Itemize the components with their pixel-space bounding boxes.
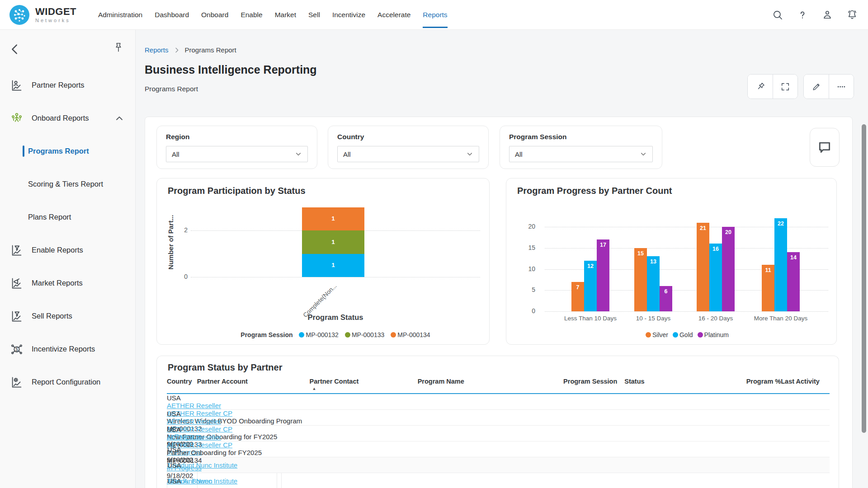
chart-program-participation-by-status: Program Participation by Status 02Number… (156, 178, 490, 345)
pin-sidebar-icon[interactable] (113, 42, 124, 53)
sidebar-item-label: Incentivize Reports (32, 345, 95, 353)
legend-label: MP-000132 (306, 331, 338, 338)
cell-link[interactable]: AETHER Reseller (167, 418, 221, 425)
column-header-label: Partner Account (197, 378, 248, 385)
app-logo[interactable]: WIDGET Networks (9, 5, 88, 25)
filter-label: Country (337, 133, 479, 141)
column-header-partner-contact[interactable]: Partner Contact▲ (310, 378, 418, 391)
column-header-country[interactable]: Country (167, 378, 197, 385)
legend-title: Program Session (241, 331, 292, 338)
column-header-last-activity[interactable]: Last Activity (781, 378, 830, 385)
more-options-button[interactable] (829, 75, 854, 99)
nav-item-dashboard[interactable]: Dashboard (155, 2, 189, 28)
more-icon (836, 82, 846, 92)
notifications-icon[interactable] (846, 9, 858, 21)
enable-reports-icon (10, 244, 24, 257)
bar-Gold-3[interactable] (774, 218, 787, 311)
sidebar-item-report-configuration[interactable]: Report Configuration (0, 366, 135, 399)
cell-country: USA (167, 394, 198, 402)
legend-item-MP-000133[interactable]: MP-000133 (345, 331, 384, 338)
fullscreen-button[interactable] (773, 75, 797, 99)
report-actions-group-1 (747, 74, 798, 99)
sidebar: Partner ReportsOnboard ReportsPrograms R… (0, 30, 136, 488)
nav-item-onboard[interactable]: Onboard (201, 2, 228, 28)
nav-item-accelerate[interactable]: Accelerate (377, 2, 410, 28)
sidebar-subitem-label: Scoring & Tiers Report (28, 180, 103, 188)
chevron-down-icon (466, 150, 473, 158)
filter-select-region[interactable]: All (166, 146, 308, 162)
sidebar-item-market-reports[interactable]: Market Reports (0, 267, 135, 300)
top-nav: AdministrationDashboardOnboardEnableMark… (98, 2, 448, 28)
edit-report-button[interactable] (804, 75, 829, 99)
filter-program-session: Program SessionAll (500, 126, 662, 169)
sort-ascending-icon: ▲ (312, 386, 418, 391)
cell-link[interactable]: AETHER Reseller (167, 402, 221, 409)
brand-subtitle: Networks (35, 18, 76, 23)
legend-item-MP-000134[interactable]: MP-000134 (391, 331, 430, 338)
sidebar-item-incentivize-reports[interactable]: $Incentivize Reports (0, 333, 135, 366)
y-tick-label: 15 (524, 244, 535, 251)
legend-label: Gold (679, 331, 693, 338)
legend-item-Platinum[interactable]: Platinum (698, 331, 729, 338)
bar-Platinum-2[interactable] (722, 227, 735, 311)
column-header-partner-account[interactable]: Partner Account (197, 378, 310, 385)
help-icon[interactable] (797, 9, 808, 21)
top-bar: WIDGET Networks AdministrationDashboardO… (0, 0, 868, 30)
edit-icon (811, 82, 821, 92)
column-header-label: Status (624, 378, 644, 385)
y-axis-title: Number of Part... (167, 215, 175, 270)
sidebar-item-programs-report[interactable]: Programs Report (0, 135, 135, 168)
bar-Platinum-3[interactable] (787, 252, 800, 311)
page-title: Business Intelligence Reporting (145, 63, 317, 76)
sidebar-nav: Partner ReportsOnboard ReportsPrograms R… (0, 69, 135, 399)
bar-Gold-2[interactable] (709, 244, 722, 311)
chevron-down-icon (640, 150, 647, 158)
x-axis-title: Program Status (191, 313, 480, 322)
bar-Silver-1[interactable] (634, 248, 647, 311)
column-header-label: Partner Contact (310, 378, 359, 385)
comments-button[interactable] (810, 128, 840, 167)
scrollbar-thumb[interactable] (862, 124, 866, 433)
logo-icon (9, 5, 30, 25)
sidebar-item-sell-reports[interactable]: Sell Reports (0, 300, 135, 333)
breadcrumb-link-reports[interactable]: Reports (145, 46, 169, 54)
bar-Silver-2[interactable] (697, 223, 709, 311)
column-header-program-[interactable]: Program % (728, 378, 781, 385)
legend-item-MP-000132[interactable]: MP-000132 (299, 331, 338, 338)
bar-value-label: 1 (302, 262, 364, 268)
market-reports-icon (10, 277, 24, 290)
nav-item-market[interactable]: Market (275, 2, 296, 28)
nav-item-administration[interactable]: Administration (98, 2, 142, 28)
bar-value-label: 13 (647, 258, 660, 265)
filter-select-program-session[interactable]: All (509, 146, 653, 162)
nav-item-reports[interactable]: Reports (423, 2, 447, 28)
breadcrumb: Reports Programs Report (145, 46, 236, 54)
pin-report-button[interactable] (748, 75, 773, 99)
nav-item-incentivize[interactable]: Incentivize (332, 2, 365, 28)
bar-Platinum-0[interactable] (597, 239, 609, 311)
column-header-program-name[interactable]: Program Name (418, 378, 563, 385)
sidebar-item-enable-reports[interactable]: Enable Reports (0, 234, 135, 267)
sell-reports-icon (10, 310, 24, 323)
legend-item-Gold[interactable]: Gold (673, 331, 693, 338)
user-icon[interactable] (821, 9, 833, 21)
partner-reports-icon (10, 79, 24, 92)
filter-value: All (172, 150, 179, 158)
nav-item-sell[interactable]: Sell (308, 2, 320, 28)
filter-select-country[interactable]: All (337, 146, 479, 162)
bar-value-label: 1 (302, 239, 364, 245)
sidebar-item-partner-reports[interactable]: Partner Reports (0, 69, 135, 102)
chart-title: Program Progress by Partner Count (517, 186, 672, 196)
filter-value: All (343, 150, 351, 158)
sidebar-item-plans-report[interactable]: Plans Report (0, 201, 135, 234)
column-header-program-session[interactable]: Program Session (563, 378, 624, 385)
nav-item-enable[interactable]: Enable (241, 2, 262, 28)
search-icon[interactable] (772, 9, 783, 21)
column-header-status[interactable]: Status (624, 378, 727, 385)
sidebar-item-scoring-tiers-report[interactable]: Scoring & Tiers Report (0, 168, 135, 201)
cell-link[interactable]: AETHER Reseller (167, 433, 221, 441)
sidebar-item-onboard-reports[interactable]: Onboard Reports (0, 102, 135, 135)
legend-item-Silver[interactable]: Silver (646, 331, 668, 338)
collapse-sidebar-icon[interactable] (8, 42, 22, 56)
bar-value-label: 14 (787, 254, 800, 261)
